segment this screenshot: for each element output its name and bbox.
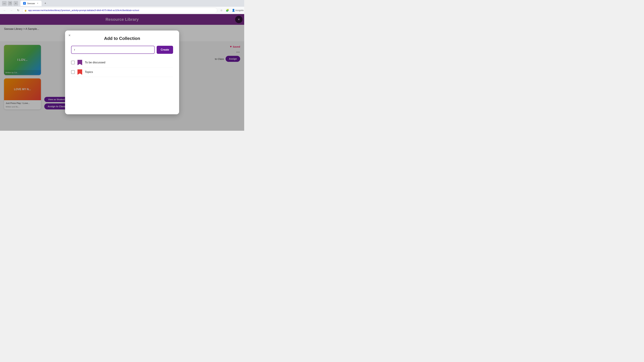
add-to-collection-modal: × Add to Collection Create To be discuss…	[65, 30, 179, 114]
refresh-button[interactable]: ↻	[16, 8, 21, 13]
collection-1-bookmark-icon	[78, 60, 82, 65]
page-content: Resource Library Seesaw Library > A Samp…	[0, 14, 244, 131]
create-collection-button[interactable]: Create	[157, 46, 173, 54]
new-tab-button[interactable]: +	[43, 1, 48, 6]
modal-input-row: Create	[71, 46, 173, 54]
tab-label: Seesaw	[27, 2, 35, 5]
browser-tab[interactable]: S Seesaw ×	[20, 1, 42, 6]
title-bar: — ❐ × S Seesaw × +	[0, 0, 244, 7]
forward-button[interactable]: →	[9, 8, 14, 13]
collection-1-name: To be discussed	[85, 61, 105, 64]
nav-actions: ☆ 🧩 👤 Incognito	[219, 8, 242, 13]
nav-bar: ← → ↻ 🔒 app.seesaw.me/#/activities/libra…	[0, 7, 244, 14]
modal-close-button[interactable]: ×	[68, 33, 70, 37]
collection-2-name: Topics	[85, 70, 93, 74]
back-button[interactable]: ←	[2, 8, 8, 13]
address-text: app.seesaw.me/#/activities/library?premi…	[28, 9, 215, 11]
collection-1-checkbox[interactable]	[71, 61, 75, 64]
lock-icon: 🔒	[24, 9, 27, 11]
window-controls: — ❐ ×	[2, 1, 18, 6]
tab-bar: S Seesaw × +	[20, 0, 242, 6]
address-bar[interactable]: 🔒 app.seesaw.me/#/activities/library?pre…	[22, 8, 217, 13]
tab-close-button[interactable]: ×	[36, 2, 39, 5]
collection-2-bookmark-icon	[78, 69, 82, 75]
tab-favicon: S	[23, 2, 26, 5]
modal-overlay: × Add to Collection Create To be discuss…	[0, 14, 244, 131]
browser-chrome: — ❐ × S Seesaw × + ← → ↻ 🔒 app.seesaw.me…	[0, 0, 244, 14]
extensions-button[interactable]: 🧩	[225, 8, 230, 13]
collection-item-1: To be discussed	[71, 58, 173, 67]
minimize-button[interactable]: —	[2, 1, 7, 6]
bookmark-button[interactable]: ☆	[219, 8, 224, 13]
collection-2-checkbox[interactable]	[71, 70, 75, 74]
close-window-button[interactable]: ×	[14, 1, 18, 6]
collection-name-input[interactable]	[71, 46, 155, 54]
incognito-button[interactable]: Incognito	[237, 8, 242, 13]
maximize-button[interactable]: ❐	[8, 1, 12, 6]
modal-title: Add to Collection	[71, 36, 173, 41]
collection-item-2: Topics	[71, 67, 173, 77]
